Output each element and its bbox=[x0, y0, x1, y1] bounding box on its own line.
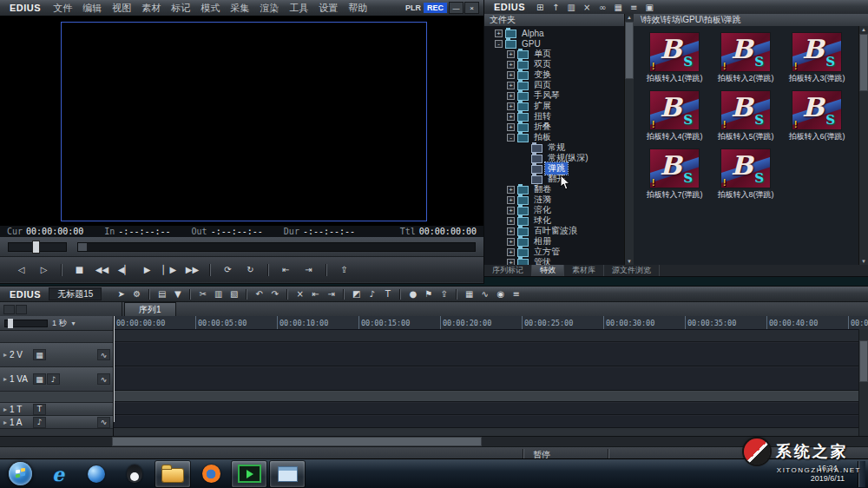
tree-item[interactable]: + 翻卷 bbox=[484, 184, 625, 195]
settings-icon[interactable]: ⚙ bbox=[129, 288, 144, 300]
expand-toggle-icon[interactable]: + bbox=[507, 71, 515, 79]
redo-icon[interactable]: ↷ bbox=[267, 288, 282, 300]
new-folder-icon[interactable]: ⊞ bbox=[532, 2, 548, 13]
expand-toggle-icon[interactable]: - bbox=[507, 134, 515, 142]
track-lane[interactable] bbox=[114, 342, 868, 366]
title-tool-icon[interactable]: T bbox=[380, 288, 395, 300]
menu-item[interactable]: 编辑 bbox=[77, 0, 107, 16]
tree-item[interactable]: - GPU bbox=[484, 38, 625, 49]
effect-item[interactable]: B S ! 拍板转入3(弹跳) bbox=[785, 33, 849, 84]
media-player-icon[interactable] bbox=[232, 461, 266, 487]
ruler-label[interactable]: 00:00:20:00 bbox=[440, 316, 522, 329]
delete-icon[interactable]: × bbox=[579, 2, 595, 13]
effect-item[interactable]: B S ! 拍板转入2(弹跳) bbox=[713, 33, 778, 84]
track-waveform-icon[interactable]: ∿ bbox=[98, 350, 109, 359]
menu-item[interactable]: 渲染 bbox=[254, 0, 284, 16]
open-project-icon[interactable]: ▤ bbox=[155, 288, 169, 300]
menu-item[interactable]: 帮助 bbox=[343, 0, 372, 16]
export-icon[interactable]: ⇪ bbox=[333, 262, 355, 278]
track-lane[interactable] bbox=[114, 366, 868, 391]
undo-icon[interactable]: ↶ bbox=[252, 288, 266, 300]
track-expand-icon[interactable]: ▸ bbox=[3, 375, 7, 383]
scroll-up-icon[interactable]: ▲ bbox=[861, 27, 866, 32]
effects-scrollbar[interactable]: ▲ ▼ bbox=[859, 26, 868, 265]
ruler-label[interactable]: 00:00:35:00 bbox=[685, 316, 766, 329]
lock-icon[interactable]: ▣ bbox=[641, 2, 657, 13]
up-folder-icon[interactable]: ↑ bbox=[548, 2, 563, 13]
menu-icon[interactable]: ≡ bbox=[626, 2, 641, 13]
expand-toggle-icon[interactable]: + bbox=[507, 248, 515, 256]
loop-icon[interactable]: ⟳ bbox=[217, 262, 239, 278]
close-button[interactable]: × bbox=[465, 3, 478, 13]
tree-item[interactable]: + Alpha bbox=[484, 28, 625, 38]
rewind-icon[interactable]: ◀◀ bbox=[91, 262, 113, 278]
track-options-icon[interactable] bbox=[16, 306, 26, 313]
tree-item[interactable]: + 变换 bbox=[484, 69, 625, 80]
minimize-button[interactable]: — bbox=[450, 3, 463, 13]
tree-item[interactable]: + 手风琴 bbox=[484, 90, 625, 101]
track-lane[interactable] bbox=[114, 391, 868, 402]
scroll-up-icon[interactable]: ▲ bbox=[627, 15, 632, 20]
breadcrumb[interactable]: \特效\转场\GPU\拍板\弹跳 bbox=[634, 14, 868, 26]
timeline-vertical-scrollbar[interactable] bbox=[859, 329, 868, 436]
tree-scrollbar[interactable]: ▲ ▼ bbox=[625, 14, 634, 265]
track-video-toggle-icon[interactable]: ▦ bbox=[34, 374, 45, 384]
position-bar-thumb[interactable] bbox=[78, 243, 87, 251]
bin-tab[interactable]: 素材库 bbox=[564, 265, 604, 276]
tree-item[interactable]: + 扩展 bbox=[484, 101, 625, 111]
expand-toggle-icon[interactable]: + bbox=[507, 196, 515, 204]
waveform-icon[interactable]: ∿ bbox=[477, 288, 492, 300]
export-icon[interactable]: ⇪ bbox=[437, 288, 451, 300]
track-video-toggle-icon[interactable]: ♪ bbox=[34, 418, 45, 427]
thumbnail-view-icon[interactable]: ▦ bbox=[610, 2, 626, 13]
marker-bar[interactable] bbox=[114, 330, 868, 342]
expand-toggle-icon[interactable]: + bbox=[507, 102, 515, 110]
track-header[interactable]: ▸ 1 A ♪ ∿ bbox=[0, 416, 113, 429]
expand-toggle-icon[interactable]: + bbox=[507, 259, 515, 266]
paste-icon[interactable]: ▧ bbox=[227, 288, 241, 300]
track-waveform-icon[interactable]: ∿ bbox=[98, 418, 109, 427]
expand-toggle-icon[interactable]: + bbox=[507, 92, 515, 100]
multicam-icon[interactable]: ▦ bbox=[462, 288, 477, 300]
goto-in-point-icon[interactable]: ⇤ bbox=[275, 262, 297, 278]
start-button[interactable] bbox=[3, 461, 37, 487]
track-expand-icon[interactable]: ▸ bbox=[3, 351, 7, 359]
shuttle-slider-thumb[interactable] bbox=[33, 241, 39, 253]
installer-window-icon[interactable] bbox=[270, 461, 305, 487]
shuttle-slider[interactable] bbox=[9, 243, 66, 251]
expand-toggle-icon[interactable]: + bbox=[507, 217, 515, 225]
track-expand-icon[interactable]: ▸ bbox=[3, 406, 7, 413]
bin-tab[interactable]: 特效 bbox=[532, 265, 564, 276]
add-marker-icon[interactable]: ⚑ bbox=[421, 288, 436, 300]
bin-tab[interactable]: 序列标记 bbox=[484, 265, 532, 276]
tree-scrollbar-thumb[interactable] bbox=[626, 23, 633, 78]
shuttle-right-icon[interactable]: ▷ bbox=[33, 262, 55, 278]
qq-icon[interactable] bbox=[117, 461, 152, 487]
menu-item[interactable]: 视图 bbox=[107, 0, 136, 16]
fast-forward-icon[interactable]: ▶▶ bbox=[181, 262, 203, 278]
tree-item[interactable]: + 双页 bbox=[484, 59, 625, 69]
expand-toggle-icon[interactable]: + bbox=[507, 207, 515, 214]
expand-toggle-icon[interactable]: + bbox=[507, 61, 515, 69]
explorer-icon[interactable] bbox=[155, 461, 190, 487]
ruler-label[interactable]: 00:00:30:00 bbox=[603, 316, 685, 329]
scroll-down-icon[interactable]: ▼ bbox=[627, 259, 632, 264]
timeline-empty-area[interactable] bbox=[114, 428, 868, 436]
expand-toggle-icon[interactable]: + bbox=[507, 186, 515, 194]
capture-icon[interactable]: ◉ bbox=[493, 288, 508, 300]
expand-toggle-icon[interactable]: + bbox=[507, 113, 515, 121]
ruler-label[interactable]: 00:00:40:00 bbox=[766, 316, 848, 329]
set-in-point-icon[interactable]: ⇤ bbox=[308, 288, 323, 300]
timeline-horizontal-scrollbar-thumb[interactable] bbox=[113, 438, 481, 445]
expand-toggle-icon[interactable]: + bbox=[507, 123, 515, 131]
previous-frame-icon[interactable]: ◀▏ bbox=[114, 262, 135, 278]
timeline-horizontal-scrollbar[interactable] bbox=[0, 436, 868, 446]
timescale-caret-icon[interactable]: ▾ bbox=[72, 320, 76, 327]
ruler-label[interactable]: 00:00:45:00 bbox=[848, 316, 868, 329]
expand-toggle-icon[interactable]: + bbox=[495, 30, 503, 37]
set-out-point-icon[interactable]: ⇥ bbox=[324, 288, 339, 300]
zoom-slider[interactable] bbox=[5, 320, 47, 326]
effects-scrollbar-thumb[interactable] bbox=[860, 35, 867, 90]
ruler-label[interactable]: 00:00:10:00 bbox=[277, 316, 358, 329]
track-header[interactable]: ▸ 1 VA ▦ ♪ ∿ bbox=[0, 367, 113, 392]
